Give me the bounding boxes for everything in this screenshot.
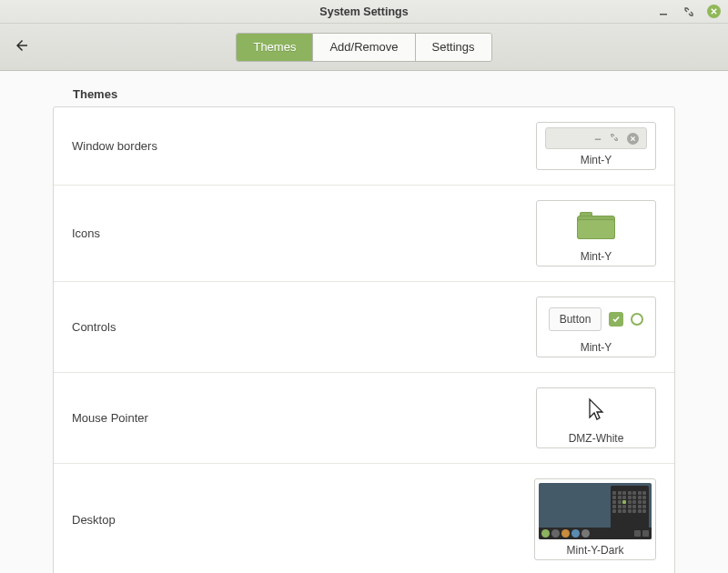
mouse-pointer-preview <box>541 393 651 427</box>
close-button[interactable] <box>707 5 721 18</box>
selector-value: Mint-Y <box>581 250 612 263</box>
controls-preview: Button <box>541 302 651 337</box>
titlebar: System Settings <box>0 0 728 24</box>
row-window-borders: Window borders Mint-Y <box>54 107 674 185</box>
selector-icons[interactable]: Mint-Y <box>536 200 656 266</box>
window-borders-preview <box>541 127 651 149</box>
tab-label: Themes <box>253 40 296 54</box>
selector-mouse-pointer[interactable]: DMZ-White <box>536 387 656 448</box>
preview-radio-icon <box>631 313 643 326</box>
selector-value: DMZ-White <box>569 432 624 445</box>
row-controls: Controls Button Mint-Y <box>54 281 674 372</box>
row-label: Icons <box>72 226 100 240</box>
preview-panel <box>539 528 652 539</box>
preview-minimize-icon <box>594 134 602 143</box>
tab-settings[interactable]: Settings <box>416 34 491 61</box>
folder-icon <box>577 212 615 239</box>
preview-maximize-icon <box>611 134 618 143</box>
row-icons: Icons Mint-Y <box>54 185 674 281</box>
tab-addremove[interactable]: Add/Remove <box>313 34 415 61</box>
window-controls <box>656 0 721 23</box>
toolbar: Themes Add/Remove Settings <box>0 24 728 71</box>
preview-close-icon <box>627 133 639 145</box>
row-label: Desktop <box>72 513 116 527</box>
tab-label: Settings <box>432 40 475 54</box>
selector-desktop[interactable]: Mint-Y-Dark <box>534 478 656 560</box>
cursor-icon <box>586 397 606 423</box>
content: Themes Window borders <box>0 71 728 573</box>
selector-value: Mint-Y <box>581 154 612 166</box>
tab-group: Themes Add/Remove Settings <box>236 33 491 62</box>
icons-preview <box>541 206 651 246</box>
svg-rect-0 <box>660 14 667 15</box>
minimize-button[interactable] <box>656 5 671 19</box>
back-button[interactable] <box>14 37 30 57</box>
selector-value: Mint-Y <box>581 341 612 354</box>
desktop-preview <box>539 483 652 539</box>
tab-label: Add/Remove <box>329 40 398 54</box>
row-label: Window borders <box>72 139 157 153</box>
section-title: Themes <box>73 87 675 101</box>
selector-value: Mint-Y-Dark <box>567 544 624 557</box>
selector-window-borders[interactable]: Mint-Y <box>536 122 656 170</box>
svg-rect-3 <box>595 139 601 140</box>
preview-calendar-icon <box>611 486 649 529</box>
tab-themes[interactable]: Themes <box>237 34 313 61</box>
row-desktop: Desktop <box>54 463 674 573</box>
selector-controls[interactable]: Button Mint-Y <box>536 297 656 357</box>
window-title: System Settings <box>319 5 408 18</box>
row-label: Controls <box>72 320 116 334</box>
row-mouse-pointer: Mouse Pointer DMZ-White <box>54 372 674 463</box>
themes-list: Window borders Mint-Y <box>53 106 675 573</box>
row-label: Mouse Pointer <box>72 411 148 425</box>
maximize-button[interactable] <box>682 5 696 19</box>
preview-checkbox-icon <box>609 312 623 327</box>
preview-button: Button <box>549 307 602 331</box>
